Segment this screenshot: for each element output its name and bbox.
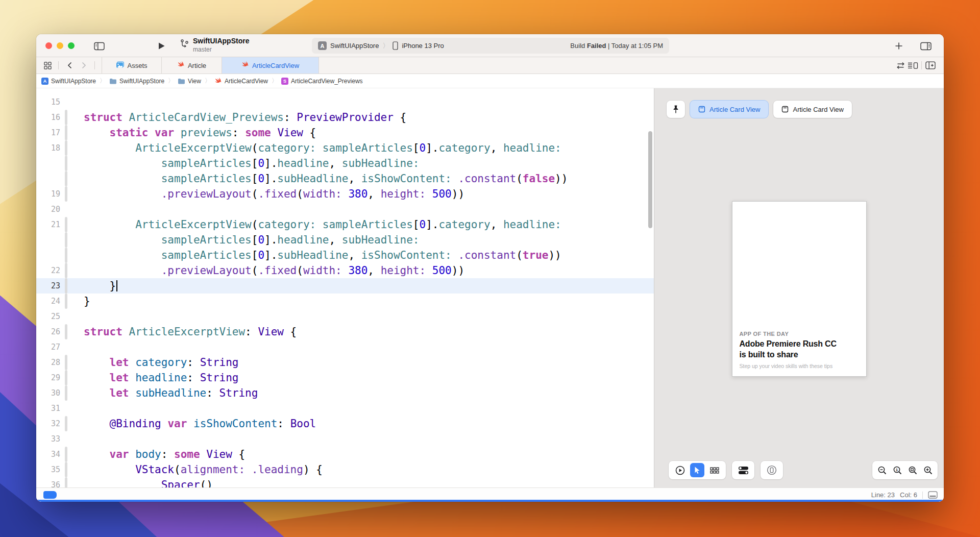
canvas-icon [698, 106, 705, 113]
line-number: 15 [36, 94, 64, 110]
code-line[interactable]: 31 [36, 401, 654, 416]
code-line[interactable]: 33 [36, 431, 654, 447]
toggles-icon[interactable] [732, 461, 754, 479]
bottom-panel-icon[interactable] [928, 491, 938, 499]
plus-icon[interactable] [892, 40, 905, 52]
preview-variant-button-2[interactable]: Article Card View [773, 101, 851, 118]
play-circle-icon[interactable] [673, 463, 687, 477]
swap-arrows-icon[interactable] [894, 59, 906, 71]
text-cursor [116, 280, 117, 291]
code-line[interactable]: 26struct ArticleExcerptView: View { [36, 324, 654, 339]
code-line[interactable]: 25 [36, 309, 654, 324]
code-line[interactable]: sampleArticles[0].headline, subHeadline: [36, 156, 654, 171]
code-line[interactable]: 34 var body: some View { [36, 447, 654, 462]
code-line[interactable]: 18 ArticleExcerptView(category: sampleAr… [36, 140, 654, 156]
code-line[interactable]: 27 [36, 339, 654, 355]
tab-articlecardview[interactable]: ArticleCardView [222, 57, 319, 74]
change-bar [64, 232, 68, 248]
editor-tabs: AssetsArticleArticleCardView [102, 57, 319, 74]
code-text: Spacer() [68, 477, 213, 487]
code-line[interactable]: 36 Spacer() [36, 477, 654, 487]
zoom-fit-icon[interactable] [905, 462, 920, 478]
code-line[interactable]: 15 [36, 94, 654, 110]
scheme-title[interactable]: SwiftUIAppStore master [180, 37, 249, 54]
pointer-cursor-icon[interactable] [690, 463, 704, 477]
breadcrumb-item[interactable]: SArticleCardView_Previews [281, 78, 363, 85]
code-line-current[interactable]: 23 } [36, 278, 654, 294]
back-chevron-icon[interactable] [63, 59, 76, 71]
zoom-window-button[interactable] [68, 42, 75, 49]
zoom-100-icon[interactable]: 1 [890, 462, 905, 478]
zoom-out-icon[interactable] [874, 462, 890, 478]
line-number: 34 [36, 447, 64, 462]
card-title: Adobe Premiere Rush CC is built to share [740, 338, 859, 360]
code-line[interactable]: 20 [36, 202, 654, 217]
change-bar [64, 140, 68, 156]
code-line[interactable]: 21 ArticleExcerptView(category: sampleAr… [36, 217, 654, 232]
pushpin-icon[interactable] [667, 101, 685, 118]
code-line[interactable]: 29 let headline: String [36, 370, 654, 385]
assets-icon [116, 61, 124, 70]
swift-symbol-icon: S [281, 78, 288, 85]
preview-canvas: Article Card ViewArticle Card View APP O… [654, 88, 944, 487]
code-text [68, 339, 84, 355]
editor-options-icon[interactable] [906, 59, 919, 71]
breadcrumb-item[interactable]: View [178, 78, 201, 85]
chevron-right-icon: 〉 [272, 77, 278, 85]
tab-article[interactable]: Article [162, 57, 222, 74]
preview-variant-button-1[interactable]: Article Card View [690, 101, 768, 118]
canvas-controls [669, 461, 783, 479]
breadcrumb-item[interactable]: ASwiftUIAppStore [41, 78, 96, 85]
code-line[interactable]: 22 .previewLayout(.fixed(width: 380, hei… [36, 263, 654, 278]
line-number: 26 [36, 324, 64, 339]
code-line[interactable]: 17 static var previews: some View { [36, 125, 654, 140]
grid-icon[interactable] [41, 59, 54, 71]
grid-variants-icon[interactable] [707, 463, 722, 477]
change-bar [64, 355, 68, 370]
close-button[interactable] [45, 42, 52, 49]
code-line[interactable]: 24} [36, 294, 654, 309]
tab-assets[interactable]: Assets [102, 57, 162, 74]
forward-chevron-icon[interactable] [78, 59, 90, 71]
code-line[interactable]: 32 @Binding var isShowContent: Bool [36, 416, 654, 431]
code-text: static var previews: some View { [68, 125, 316, 140]
breadcrumb-item[interactable]: ArticleCardView [214, 77, 268, 85]
change-bar [64, 248, 68, 263]
breadcrumb-item[interactable]: SwiftUIAppStore [109, 78, 164, 85]
toggle-navigator-icon[interactable] [92, 40, 106, 52]
change-bar [64, 171, 68, 186]
line-number: 36 [36, 477, 64, 487]
minimize-button[interactable] [57, 42, 63, 49]
code-line[interactable]: 19 .previewLayout(.fixed(width: 380, hei… [36, 186, 654, 202]
activity-view[interactable]: A SwiftUIAppStore 〉 iPhone 13 Pro Build … [312, 38, 669, 54]
code-line[interactable]: sampleArticles[0].subHeadline, isShowCon… [36, 171, 654, 186]
change-bar [64, 416, 68, 431]
code-line[interactable]: 28 let category: String [36, 355, 654, 370]
code-line[interactable]: 30 let subHeadline: String [36, 385, 654, 401]
chevron-right-icon: 〉 [205, 77, 211, 85]
editor-split-icon[interactable] [919, 40, 933, 52]
code-text: var body: some View { [68, 447, 245, 462]
line-number: 32 [36, 416, 64, 431]
line-number: 33 [36, 431, 64, 447]
run-button[interactable] [155, 40, 168, 52]
code-line[interactable]: 16struct ArticleCardView_Previews: Previ… [36, 110, 654, 125]
zoom-in-icon[interactable] [920, 462, 936, 478]
line-number: 19 [36, 186, 64, 202]
breakpoint-indicator[interactable] [43, 491, 57, 499]
code-line[interactable]: 35 VStack(alignment: .leading) { [36, 462, 654, 477]
device-settings-icon[interactable] [761, 461, 783, 479]
line-number: 22 [36, 263, 64, 278]
card-eyebrow: APP OF THE DAY [740, 331, 859, 337]
code-line[interactable]: sampleArticles[0].subHeadline, isShowCon… [36, 248, 654, 263]
editor-scrollbar[interactable] [648, 131, 652, 228]
code-text: sampleArticles[0].headline, subHeadline: [68, 232, 420, 248]
change-bar [64, 186, 68, 202]
code-text: struct ArticleCardView_Previews: Preview… [68, 110, 406, 125]
code-editor[interactable]: 1516struct ArticleCardView_Previews: Pre… [36, 88, 654, 487]
change-bar [64, 110, 68, 125]
code-text: VStack(alignment: .leading) { [68, 462, 323, 477]
code-line[interactable]: sampleArticles[0].headline, subHeadline: [36, 232, 654, 248]
add-editor-icon[interactable] [924, 59, 937, 71]
preview-card[interactable]: APP OF THE DAY Adobe Premiere Rush CC is… [732, 201, 867, 377]
